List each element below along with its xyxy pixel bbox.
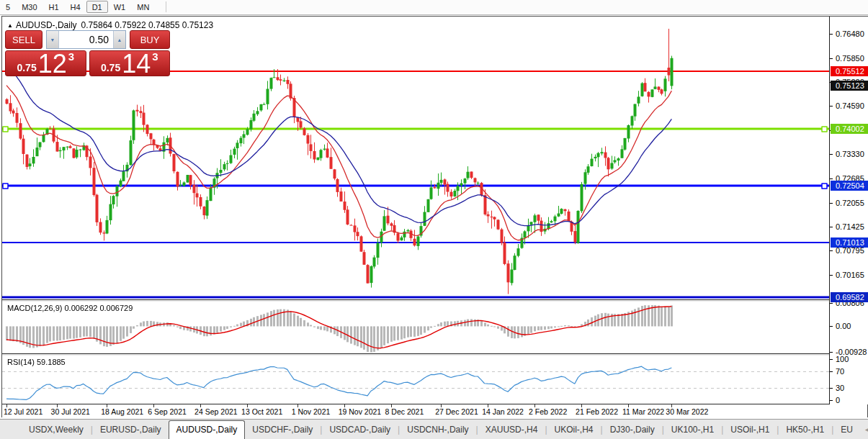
timeframe-button-h1[interactable]: H1 (43, 1, 65, 13)
tab-audusd-daily[interactable]: AUDUSD-,Daily (169, 420, 246, 439)
price-badge-0.75123: 0.75123 (831, 81, 868, 91)
timeframe-button-d1[interactable]: D1 (86, 1, 108, 13)
sell-button[interactable]: SELL (5, 30, 42, 49)
date-label: 30 Jul 2021 (51, 407, 90, 416)
timeframe-button-5[interactable]: 5 (0, 1, 16, 13)
date-label: 1 Nov 2021 (292, 407, 331, 416)
symbol-period-label: AUDUSD-,Daily (16, 20, 77, 30)
tab-usdchf-daily[interactable]: USDCHF-,Daily (245, 421, 320, 438)
buy-button[interactable]: BUY (130, 30, 170, 49)
tab-usdx-weekly[interactable]: USDX,Weekly (22, 421, 91, 438)
price-tick-label: 0.71425 (830, 222, 868, 231)
panel-collapse-icon[interactable]: ▲ (7, 22, 13, 29)
date-label: 14 Jan 2022 (482, 407, 524, 416)
tab-dj30-daily[interactable]: DJ30-,Daily (603, 421, 662, 438)
price-tick-label: 0.72055 (830, 199, 868, 207)
date-label: 24 Sep 2021 (194, 407, 238, 416)
price-tick-label: 0.75850 (830, 54, 868, 63)
tab-eurusd-daily[interactable]: EURUSD-,Daily (93, 421, 169, 438)
price-badge-0.74002: 0.74002 (831, 124, 868, 134)
price-badge-0.72504: 0.72504 (831, 181, 868, 191)
price-tick-label: 0.70795 (830, 246, 868, 255)
chart-window: 0.764800.758500.752200.745900.739600.733… (1, 16, 868, 417)
tab-ukoil-h4[interactable]: UKOil-,H4 (547, 421, 601, 438)
timeframe-button-w1[interactable]: W1 (108, 1, 132, 13)
date-label: 27 Dec 2021 (435, 407, 478, 416)
timeframe-button-h4[interactable]: H4 (65, 1, 86, 13)
price-tick-label: 0.76480 (830, 30, 868, 38)
tab-xauusd-h4[interactable]: XAUUSD-,H4 (478, 421, 545, 438)
rsi-scale-label: 70 (830, 367, 868, 376)
toolbar-separator (166, 1, 166, 12)
date-label: 8 Dec 2021 (385, 407, 424, 416)
price-badge-0.75512: 0.75512 (831, 66, 868, 76)
volume-input[interactable] (59, 31, 113, 48)
sell-price-button[interactable]: 0.75123 (5, 50, 86, 76)
rsi-scale-label: 30 (830, 384, 868, 392)
price-tick-label: 0.70165 (830, 271, 868, 279)
date-label: 12 Jul 2021 (4, 407, 42, 416)
tab-usdcad-daily[interactable]: USDCAD-,Daily (322, 421, 398, 438)
tab-hk50-h1[interactable]: HK50-,H1 (779, 421, 831, 438)
buy-price-button[interactable]: 0.75143 (89, 50, 171, 76)
rsi-label: RSI(14) 59.1885 (7, 358, 66, 366)
tab-eu[interactable]: EU (833, 421, 860, 438)
date-axis[interactable]: 12 Jul 202130 Jul 202118 Aug 20216 Sep 2… (2, 404, 867, 417)
macd-label: MACD(12,26,9) 0.006292 0.006729 (7, 304, 133, 312)
chart-title: ▲AUDUSD-,Daily0.75864 0.75922 0.74855 0.… (7, 20, 213, 30)
date-label: 13 Oct 2021 (241, 407, 282, 416)
price-badge-0.71013: 0.71013 (831, 237, 868, 248)
macd-values: 0.006292 0.006729 (64, 304, 133, 312)
rsi-scale-label: 100 (830, 355, 868, 363)
price-tick-label: 0.73330 (830, 150, 868, 158)
price-tick-label: 0.74590 (830, 101, 868, 110)
chart-tab-bar: USDX,Weekly|EURUSD-,DailyAUDUSD-,DailyUS… (0, 419, 868, 439)
rsi-value: 59.1885 (37, 358, 66, 366)
volume-increase-icon[interactable]: ▲ (113, 31, 125, 48)
timeframe-toolbar: 5M30H1H4D1W1MN (0, 0, 868, 15)
macd-scale-label: 0.00 (830, 322, 868, 330)
rsi-indicator-canvas[interactable] (2, 356, 829, 404)
date-label: 6 Sep 2021 (148, 407, 187, 416)
date-label: 11 Mar 2022 (622, 407, 664, 416)
tab-usdcnh-daily[interactable]: USDCNH-,Daily (400, 421, 475, 438)
volume-decrease-icon[interactable]: ▼ (47, 31, 59, 48)
timeframe-button-mn[interactable]: MN (131, 1, 155, 13)
rsi-scale-label: 0 (830, 396, 868, 404)
tab-scroll-left-icon[interactable]: ◄ (860, 426, 868, 433)
one-click-trading-panel: SELL ▼ ▲ BUY 0.75123 0.75143 (5, 30, 170, 76)
date-label: 2 Feb 2022 (529, 407, 567, 416)
volume-control: ▼ ▲ (46, 30, 126, 49)
date-label: 18 Aug 2021 (101, 407, 143, 416)
date-label: 19 Nov 2021 (339, 407, 382, 416)
ohlc-values: 0.75864 0.75922 0.74855 0.75123 (81, 20, 214, 30)
price-scale[interactable]: 0.764800.758500.752200.745900.739600.733… (829, 17, 868, 404)
timeframe-button-m30[interactable]: M30 (16, 1, 42, 13)
date-label: 30 Mar 2022 (666, 407, 708, 416)
tab-uk100-h1[interactable]: UK100-,H1 (664, 421, 721, 438)
price-badge-0.69582: 0.69582 (831, 292, 868, 302)
date-label: 21 Feb 2022 (576, 407, 618, 416)
tab-usoil-h1[interactable]: USOil-,H1 (723, 421, 777, 438)
